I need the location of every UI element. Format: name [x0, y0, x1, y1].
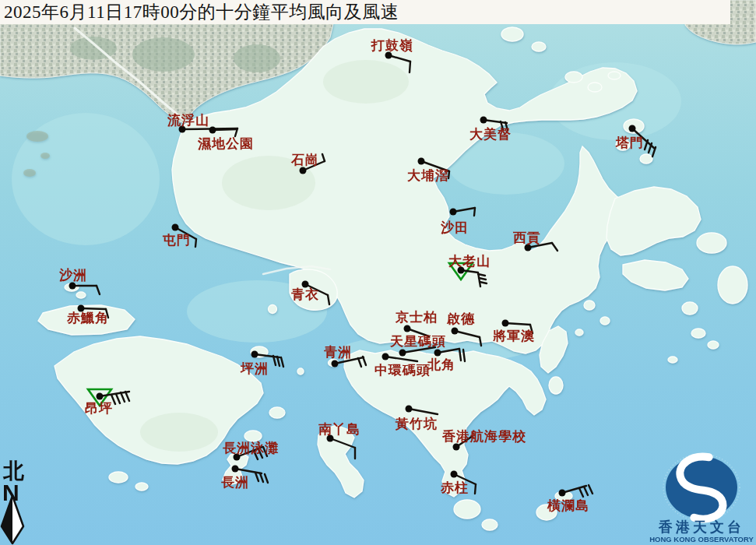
station-label: 大老山: [448, 254, 491, 269]
wind-barb-tick: [589, 485, 592, 494]
station-sha-tin: 沙田: [440, 208, 475, 235]
station-label: 長洲泳灘: [223, 441, 279, 455]
station-dot: [406, 406, 413, 413]
station-wong-chuk-hang: 黃竹坑: [395, 406, 438, 432]
wind-barb-tick: [195, 239, 196, 247]
station-sha-chau: 沙洲: [58, 268, 100, 294]
wind-barb-tick: [97, 286, 100, 294]
hko-logo: 香港天文台 HONG KONG OBSERVATORY: [649, 454, 754, 543]
station-label: 啟德: [446, 311, 475, 326]
station-dot: [332, 360, 339, 367]
station-label: 將軍澳: [492, 329, 535, 343]
station-label: 大埔滘: [407, 168, 449, 183]
station-dot: [69, 283, 76, 290]
overlay: 打鼓嶺流浮山濕地公園石崗大美督塔門大埔滘沙田屯門西貢沙洲赤鱲角大老山青衣青洲京士…: [0, 0, 756, 545]
wind-barb-tick: [459, 349, 461, 360]
wind-barb-staff: [483, 120, 507, 123]
station-dot: [300, 167, 307, 174]
station-tsing-yi: 青衣: [291, 281, 329, 305]
wind-barb-tick: [474, 208, 475, 216]
station-dot: [418, 158, 425, 165]
wind-barb-tick: [358, 358, 361, 367]
station-ta-kwu-ling: 打鼓嶺: [371, 38, 413, 72]
wind-barb-staff: [455, 331, 480, 337]
station-waglan-island: 橫瀾島: [547, 485, 592, 513]
station-tuen-mun: 屯門: [162, 224, 196, 248]
station-dot: [399, 350, 406, 357]
station-label: 天星碼頭: [389, 334, 446, 349]
station-dot: [232, 466, 239, 473]
wind-barb-tick: [260, 473, 263, 482]
station-hk-sea-school: 香港航海學校: [441, 429, 526, 451]
station-label: 石崗: [290, 153, 319, 167]
station-dot: [629, 125, 636, 132]
station-label: 南丫島: [318, 422, 360, 437]
station-kings-park: 京士柏: [395, 310, 438, 336]
station-dot: [382, 353, 389, 360]
wind-barb-tick: [410, 62, 410, 72]
station-label: 濕地公園: [197, 136, 254, 151]
stations-layer: 打鼓嶺流浮山濕地公園石崗大美督塔門大埔滘沙田屯門西貢沙洲赤鱲角大老山青衣青洲京士…: [58, 38, 656, 513]
station-dot: [434, 350, 441, 357]
map-title: 2025年6月11日17時00分的十分鐘平均風向及風速: [0, 0, 399, 24]
station-dot: [209, 127, 216, 134]
hko-logo-name-cn: 香港天文台: [658, 519, 744, 535]
wind-barb-staff: [385, 357, 417, 361]
station-dot: [502, 320, 509, 327]
station-shek-kong: 石崗: [290, 153, 325, 174]
station-dot: [97, 393, 104, 400]
station-dot: [451, 471, 458, 478]
wind-barb-tick: [480, 337, 481, 346]
wind-barb-tick: [125, 392, 129, 401]
wind-barb-staff: [330, 438, 355, 448]
station-label: 西貢: [512, 230, 541, 245]
station-dot: [480, 117, 487, 124]
station-tap-mun: 塔門: [615, 125, 656, 157]
station-label: 青衣: [291, 287, 319, 302]
station-central-pier: 中環碼頭: [374, 353, 431, 378]
station-label: 屯門: [162, 233, 191, 248]
station-peng-chau: 坪洲: [240, 351, 283, 377]
station-tai-po-kau: 大埔滘: [407, 158, 449, 184]
station-label: 京士柏: [395, 310, 438, 325]
station-wetland-park: 濕地公園: [197, 127, 254, 152]
station-label: 流浮山: [167, 113, 209, 128]
station-label: 香港航海學校: [441, 429, 526, 444]
station-label: 塔門: [615, 135, 644, 150]
station-chek-lap-kok: 赤鱲角: [66, 305, 109, 326]
station-label: 打鼓嶺: [371, 38, 413, 53]
wind-barb-tick: [281, 357, 283, 367]
wind-barb-tick: [265, 474, 268, 483]
station-tseung-kwan-o: 將軍澳: [492, 320, 535, 344]
station-label: 沙田: [440, 220, 469, 235]
station-label: 赤柱: [440, 480, 469, 495]
station-dot: [251, 351, 258, 358]
hko-logo-name-en: HONG KONG OBSERVATORY: [649, 535, 754, 543]
wind-barb-staff: [235, 469, 262, 473]
wind-barb-staff: [461, 270, 480, 287]
station-stanley: 赤柱: [440, 471, 476, 496]
wind-barb-tick: [121, 392, 125, 402]
wind-barb-staff: [505, 323, 530, 325]
station-dot: [559, 490, 566, 497]
wind-barb-tick: [255, 473, 258, 481]
station-dot: [172, 224, 179, 231]
station-dot: [452, 328, 459, 335]
wind-barb-staff: [255, 354, 280, 357]
station-north-point: 北角: [427, 349, 465, 372]
title-bar: 2025年6月11日17時00分的十分鐘平均風向及風速: [0, 0, 730, 24]
wind-barb-staff: [81, 308, 106, 309]
station-tates-cairn: 大老山: [448, 254, 491, 287]
station-label: 坪洲: [240, 361, 269, 376]
station-sai-kung: 西貢: [512, 230, 557, 251]
station-dot: [404, 325, 411, 332]
station-label: 長洲: [221, 475, 249, 490]
station-tai-mei-tuk: 大美督: [469, 117, 512, 142]
station-label: 北角: [427, 357, 455, 372]
wind-map-page: 打鼓嶺流浮山濕地公園石崗大美督塔門大埔滘沙田屯門西貢沙洲赤鱲角大老山青衣青洲京士…: [0, 0, 756, 545]
station-label: 青洲: [324, 345, 352, 360]
station-label: 沙洲: [58, 268, 87, 283]
wind-barb-tick: [579, 488, 583, 497]
station-cheung-chau-beach: 長洲泳灘: [223, 441, 279, 461]
wind-barb-tick: [328, 295, 329, 304]
